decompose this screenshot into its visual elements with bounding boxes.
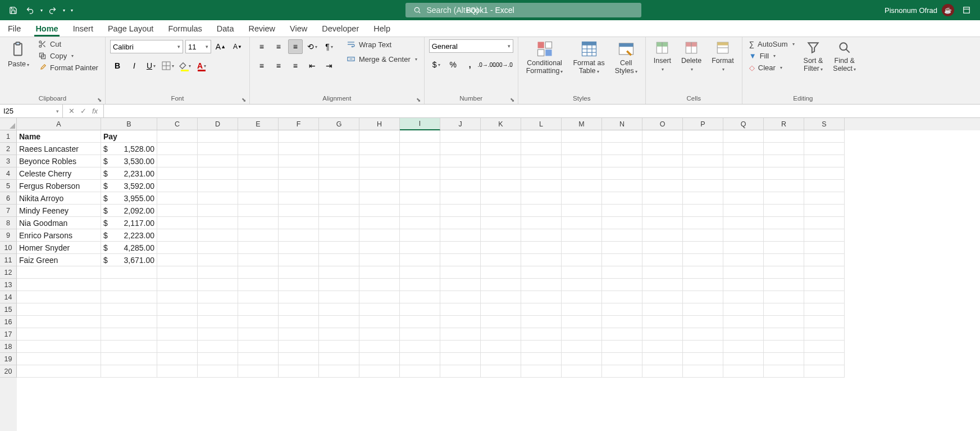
cell-N8[interactable] — [602, 217, 642, 229]
tab-help[interactable]: Help — [372, 22, 391, 37]
cell-B12[interactable] — [101, 266, 157, 279]
cell-O8[interactable] — [642, 217, 683, 229]
row-header-13[interactable]: 13 — [0, 279, 17, 291]
cell-D16[interactable] — [198, 316, 238, 328]
cell-Q19[interactable] — [723, 353, 764, 365]
col-header-F[interactable]: F — [279, 118, 319, 130]
cell-R9[interactable] — [764, 229, 804, 242]
cell-B2[interactable]: $1,528.00 — [101, 143, 157, 155]
row-header-17[interactable]: 17 — [0, 328, 17, 341]
cell-R4[interactable] — [764, 167, 804, 180]
row-header-12[interactable]: 12 — [0, 266, 17, 279]
cell-G18[interactable] — [319, 341, 359, 353]
cell-E8[interactable] — [238, 217, 279, 229]
cell-N6[interactable] — [602, 192, 642, 205]
row-header-20[interactable]: 20 — [0, 365, 17, 378]
cell-Q20[interactable] — [723, 365, 764, 378]
cell-J16[interactable] — [440, 316, 481, 328]
cell-K13[interactable] — [481, 279, 521, 291]
cell-B16[interactable] — [101, 316, 157, 328]
undo-dropdown-icon[interactable]: ▾ — [40, 8, 43, 13]
cell-D9[interactable] — [198, 229, 238, 242]
cell-R20[interactable] — [764, 365, 804, 378]
alignment-dialog-icon[interactable]: ⬊ — [416, 97, 421, 103]
cell-J4[interactable] — [440, 167, 481, 180]
cell-A17[interactable] — [17, 328, 101, 341]
cell-B11[interactable]: $3,671.00 — [101, 254, 157, 266]
cell-J2[interactable] — [440, 143, 481, 155]
cell-I8[interactable] — [400, 217, 440, 229]
cell-G7[interactable] — [319, 205, 359, 217]
cell-L4[interactable] — [521, 167, 562, 180]
cell-E19[interactable] — [238, 353, 279, 365]
cell-K6[interactable] — [481, 192, 521, 205]
cell-K17[interactable] — [481, 328, 521, 341]
cell-A6[interactable]: Nikita Arroyo — [17, 192, 101, 205]
cell-L10[interactable] — [521, 242, 562, 254]
cell-A15[interactable] — [17, 303, 101, 316]
cell-N5[interactable] — [602, 180, 642, 192]
cell-J5[interactable] — [440, 180, 481, 192]
cell-F6[interactable] — [279, 192, 319, 205]
cell-O10[interactable] — [642, 242, 683, 254]
cell-E2[interactable] — [238, 143, 279, 155]
cell-M4[interactable] — [562, 167, 602, 180]
cell-D3[interactable] — [198, 155, 238, 167]
cell-F14[interactable] — [279, 291, 319, 303]
cell-Q1[interactable] — [723, 130, 764, 143]
cell-H10[interactable] — [359, 242, 400, 254]
cell-P6[interactable] — [683, 192, 723, 205]
cancel-icon[interactable]: ✕ — [69, 107, 75, 115]
cell-H12[interactable] — [359, 266, 400, 279]
row-header-18[interactable]: 18 — [0, 341, 17, 353]
cell-A12[interactable] — [17, 266, 101, 279]
cell-K9[interactable] — [481, 229, 521, 242]
cell-A3[interactable]: Beyonce Robles — [17, 155, 101, 167]
cell-I16[interactable] — [400, 316, 440, 328]
cell-O4[interactable] — [642, 167, 683, 180]
cell-C17[interactable] — [157, 328, 198, 341]
cell-J1[interactable] — [440, 130, 481, 143]
cell-P8[interactable] — [683, 217, 723, 229]
cell-A19[interactable] — [17, 353, 101, 365]
cell-M12[interactable] — [562, 266, 602, 279]
cell-H18[interactable] — [359, 341, 400, 353]
cell-R13[interactable] — [764, 279, 804, 291]
col-header-S[interactable]: S — [804, 118, 845, 130]
cell-C2[interactable] — [157, 143, 198, 155]
cell-N11[interactable] — [602, 254, 642, 266]
col-header-J[interactable]: J — [440, 118, 481, 130]
cell-O6[interactable] — [642, 192, 683, 205]
cell-Q9[interactable] — [723, 229, 764, 242]
cell-R14[interactable] — [764, 291, 804, 303]
cell-M20[interactable] — [562, 365, 602, 378]
cell-D19[interactable] — [198, 353, 238, 365]
cell-R12[interactable] — [764, 266, 804, 279]
row-header-15[interactable]: 15 — [0, 303, 17, 316]
cell-K11[interactable] — [481, 254, 521, 266]
cell-C14[interactable] — [157, 291, 198, 303]
cell-L6[interactable] — [521, 192, 562, 205]
cell-Q13[interactable] — [723, 279, 764, 291]
cell-M16[interactable] — [562, 316, 602, 328]
bold-button[interactable]: B — [110, 58, 125, 73]
cell-Q16[interactable] — [723, 316, 764, 328]
cell-K8[interactable] — [481, 217, 521, 229]
cell-D10[interactable] — [198, 242, 238, 254]
cell-I10[interactable] — [400, 242, 440, 254]
cell-L16[interactable] — [521, 316, 562, 328]
cell-F3[interactable] — [279, 155, 319, 167]
cell-B1[interactable]: Pay — [101, 130, 157, 143]
cell-G5[interactable] — [319, 180, 359, 192]
cell-I12[interactable] — [400, 266, 440, 279]
cell-M1[interactable] — [562, 130, 602, 143]
cell-P12[interactable] — [683, 266, 723, 279]
cell-D8[interactable] — [198, 217, 238, 229]
cell-O20[interactable] — [642, 365, 683, 378]
row-header-11[interactable]: 11 — [0, 254, 17, 266]
cell-H5[interactable] — [359, 180, 400, 192]
cell-J18[interactable] — [440, 341, 481, 353]
cell-O2[interactable] — [642, 143, 683, 155]
copy-button[interactable]: Copy▾ — [36, 51, 101, 61]
cell-F19[interactable] — [279, 353, 319, 365]
